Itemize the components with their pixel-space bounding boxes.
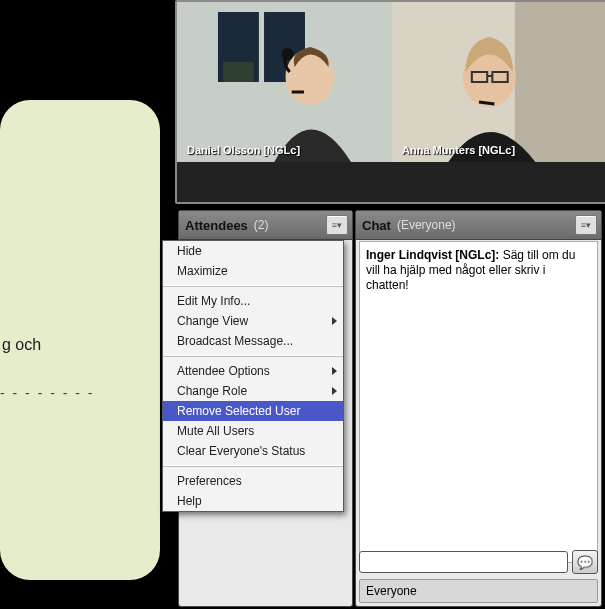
svg-rect-3 [223,62,254,82]
menu-icon: ≡▾ [332,220,342,230]
video-label-1: Daniel Olsson [NGLc] [187,144,300,156]
chat-pane: Chat (Everyone) ≡▾ Inger Lindqvist [NGLc… [355,210,602,607]
menu-separator [163,285,343,287]
video-label-2: Anna Munters [NGLc] [402,144,515,156]
bg-text-fragment: g och [2,336,41,354]
menu-item[interactable]: Mute All Users [163,421,343,441]
background-left: g och - - - - - - - - [0,0,175,609]
bg-dashes: - - - - - - - - [0,385,95,401]
attendees-header: Attendees (2) ≡▾ [179,211,352,240]
chat-scope-label: Everyone [366,584,417,598]
chat-scope-selector[interactable]: Everyone [359,579,598,603]
menu-separator [163,465,343,467]
chat-input[interactable] [359,551,568,573]
svg-line-13 [479,102,494,104]
menu-item[interactable]: Edit My Info... [163,291,343,311]
menu-item[interactable]: Change Role [163,381,343,401]
menu-item[interactable]: Remove Selected User [163,401,343,421]
menu-item[interactable]: Broadcast Message... [163,331,343,351]
chat-messages[interactable]: Inger Lindqvist [NGLc]: Säg till om du v… [359,241,598,563]
video-tile-2[interactable]: Anna Munters [NGLc] [392,2,605,162]
chat-scope: (Everyone) [397,218,456,232]
menu-icon: ≡▾ [581,220,591,230]
background-panel: g och - - - - - - - - [0,100,160,580]
menu-item[interactable]: Preferences [163,471,343,491]
chat-message-author: Inger Lindqvist [NGLc]: [366,248,499,262]
chat-input-row: 💬 [359,548,598,576]
menu-separator [163,355,343,357]
menu-item[interactable]: Hide [163,241,343,261]
chat-menu-button[interactable]: ≡▾ [575,215,597,235]
menu-item[interactable]: Maximize [163,261,343,281]
chat-send-button[interactable]: 💬 [572,550,598,574]
menu-item[interactable]: Attendee Options [163,361,343,381]
svg-rect-8 [515,2,605,162]
video-tile-1[interactable]: Daniel Olsson [NGLc] [177,2,392,162]
svg-point-4 [286,49,335,105]
video-area: Daniel Olsson [NGLc] Anna Munters [NGLc] [175,0,605,204]
attendees-menu-button[interactable]: ≡▾ [326,215,348,235]
chat-message: Inger Lindqvist [NGLc]: Säg till om du v… [366,248,591,293]
attendees-count: (2) [254,218,269,232]
menu-item[interactable]: Help [163,491,343,511]
svg-point-5 [281,48,293,60]
chat-header: Chat (Everyone) ≡▾ [356,211,601,240]
video-inner: Daniel Olsson [NGLc] Anna Munters [NGLc] [177,2,605,162]
speech-bubble-icon: 💬 [577,555,593,570]
attendees-context-menu[interactable]: HideMaximizeEdit My Info...Change ViewBr… [162,240,344,512]
menu-item[interactable]: Change View [163,311,343,331]
menu-item[interactable]: Clear Everyone's Status [163,441,343,461]
chat-title: Chat [362,218,391,233]
attendees-title: Attendees [185,218,248,233]
